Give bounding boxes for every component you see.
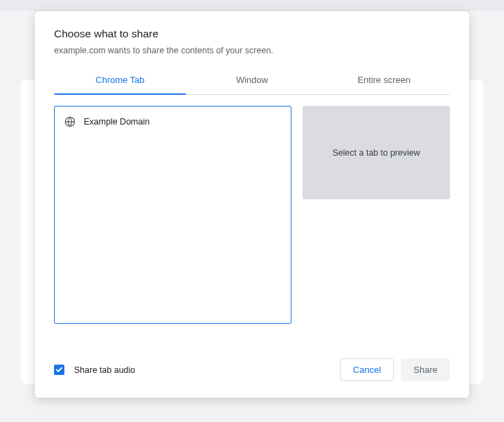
globe-icon xyxy=(64,116,75,127)
share-audio-checkbox[interactable] xyxy=(54,365,64,375)
tab-label: Chrome Tab xyxy=(96,75,145,85)
audio-option: Share tab audio xyxy=(54,365,135,375)
content-area: Example Domain Select a tab to preview xyxy=(35,95,469,345)
preview-panel: Select a tab to preview xyxy=(303,106,450,199)
tab-label: Entire screen xyxy=(357,75,411,85)
browser-chrome-header xyxy=(0,0,504,11)
preview-placeholder-text: Select a tab to preview xyxy=(332,148,420,158)
dialog-footer: Share tab audio Cancel Share xyxy=(35,345,469,398)
dialog-header: Choose what to share example.com wants t… xyxy=(35,11,469,66)
share-audio-label: Share tab audio xyxy=(74,365,135,375)
tab-source-list[interactable]: Example Domain xyxy=(54,106,291,324)
cancel-button[interactable]: Cancel xyxy=(340,358,394,381)
tab-entire-screen[interactable]: Entire screen xyxy=(318,66,450,94)
share-button[interactable]: Share xyxy=(401,358,450,381)
tab-list-item[interactable]: Example Domain xyxy=(55,107,291,137)
share-dialog: Choose what to share example.com wants t… xyxy=(35,11,469,398)
tab-chrome-tab[interactable]: Chrome Tab xyxy=(54,66,186,94)
tab-label: Window xyxy=(236,75,268,85)
tab-window[interactable]: Window xyxy=(186,66,318,94)
tab-item-title: Example Domain xyxy=(84,117,150,127)
dialog-buttons: Cancel Share xyxy=(340,358,450,381)
source-tabs: Chrome Tab Window Entire screen xyxy=(54,66,450,95)
dialog-title: Choose what to share xyxy=(54,28,450,40)
check-icon xyxy=(55,366,63,374)
dialog-subtitle: example.com wants to share the contents … xyxy=(54,46,450,55)
